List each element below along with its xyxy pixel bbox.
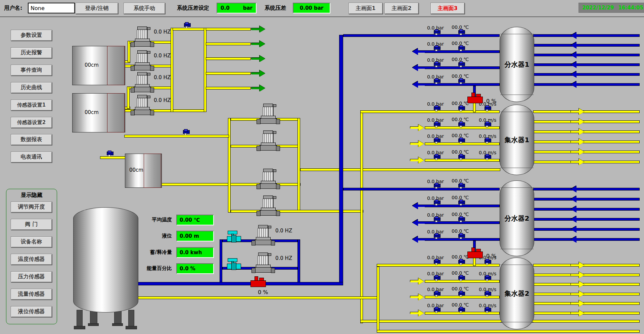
pressure-value: 0.0 bar — [427, 25, 444, 31]
pipe — [533, 218, 640, 221]
pump-icon[interactable] — [260, 130, 278, 150]
pressure-value: 0.0 bar — [427, 303, 444, 308]
username-label: 用户名: — [4, 5, 22, 12]
flow-arrow-icon — [571, 196, 585, 203]
main-screen-3-button[interactable]: 主画面3 — [430, 3, 465, 14]
sidebar-item-meter-comm[interactable]: 电表通讯 — [11, 152, 52, 163]
flow-arrow-icon — [571, 61, 585, 68]
control-valve-icon[interactable] — [227, 258, 243, 270]
pump-icon[interactable] — [255, 253, 273, 272]
pressure-value: 0.0 bar — [427, 229, 444, 234]
pump-icon[interactable] — [134, 26, 152, 46]
pipe — [533, 44, 640, 47]
pressure-setpoint-field[interactable]: 0.0 bar — [217, 3, 257, 13]
toggle-level-sensors[interactable]: 液位传感器 — [11, 306, 52, 317]
main-screen-1-button[interactable]: 主画面1 — [349, 3, 383, 14]
flow-arrow-icon — [251, 70, 266, 77]
tank-level-label: 00cm — [125, 167, 148, 173]
flow-arrow-icon — [571, 42, 585, 49]
pressure-setpoint-label: 系统压差设定 — [177, 5, 209, 12]
pipe — [533, 73, 640, 76]
shutoff-valve-icon[interactable] — [467, 93, 482, 103]
flow-arrow-icon — [571, 206, 585, 213]
flow-value: 0.0 m/s — [479, 271, 496, 276]
pipe — [343, 34, 500, 37]
vessel-distributor: 分水器1 — [500, 27, 534, 102]
pump-icon[interactable] — [260, 196, 278, 215]
pipe — [360, 320, 640, 323]
pressure-value: 0.0 bar — [427, 212, 444, 218]
flow-arrow-icon — [571, 262, 585, 269]
vessel-collector: 集水器1 — [500, 105, 534, 175]
sidebar-item-history-alarms[interactable]: 历史报警 — [11, 47, 52, 58]
pipe — [533, 120, 640, 123]
avg-temp-value: 0.00 ℃ — [176, 215, 214, 225]
system-manual-button[interactable]: 系统手动 — [124, 3, 165, 14]
pump-icon[interactable] — [260, 104, 278, 123]
pipe — [100, 156, 126, 159]
sidebar-item-parameter-settings[interactable]: 参数设置 — [11, 30, 52, 41]
control-valve-icon[interactable] — [227, 231, 243, 242]
hmi-main-screen: 用户名: None 登录/注销 系统手动 系统压差设定 0.0 bar 系统压差… — [0, 0, 644, 334]
pipe — [533, 264, 640, 267]
pipe — [136, 296, 378, 299]
flow-arrow-icon — [571, 159, 585, 165]
sidebar-item-data-report[interactable]: 数据报表 — [11, 134, 52, 145]
pipe — [533, 54, 640, 56]
pipe — [206, 57, 251, 60]
pipe — [533, 63, 640, 66]
shutoff-valve-icon[interactable] — [467, 247, 482, 258]
pressure-value: 0.0 bar — [427, 287, 444, 292]
vessel-collector: 集水器2 — [500, 258, 534, 329]
username-input[interactable]: None — [28, 3, 75, 13]
toggle-flow-sensors[interactable]: 流量传感器 — [11, 289, 52, 300]
sidebar-item-sensor-setup-2[interactable]: 传感器设置2 — [11, 117, 52, 128]
pipe — [533, 130, 640, 133]
temperature-value: 00.0 ℃ — [452, 178, 469, 183]
flow-arrow-icon — [412, 64, 426, 71]
pressure-diff-label: 系统压差 — [265, 5, 286, 12]
temperature-value: 00.0 ℃ — [452, 73, 469, 79]
pipe — [377, 267, 379, 333]
main-screen-2-button[interactable]: 主画面2 — [384, 3, 419, 14]
flow-arrow-icon — [571, 128, 585, 135]
pump-icon[interactable] — [134, 50, 152, 70]
sensor-icon — [458, 29, 465, 34]
pipe — [171, 28, 173, 112]
pump-icon[interactable] — [260, 169, 278, 188]
temperature-value: 00.0 ℃ — [452, 117, 469, 122]
pump-icon[interactable] — [255, 225, 273, 244]
pipe — [473, 102, 476, 112]
temperature-value: 00.0 ℃ — [452, 286, 469, 291]
flow-arrow-icon — [571, 281, 585, 288]
sidebar-item-sensor-setup-1[interactable]: 传感器设置1 — [11, 100, 52, 111]
pipe — [533, 283, 640, 286]
level-value: 0.00 m — [176, 231, 214, 241]
toggle-temp-sensors[interactable]: 温度传感器 — [11, 254, 52, 265]
sidebar-item-history-curves[interactable]: 历史曲线 — [11, 82, 52, 93]
shutoff-valve-icon[interactable] — [250, 276, 265, 286]
pipe — [533, 83, 640, 86]
show-hide-title: 显示隐藏 — [6, 192, 57, 199]
pipe — [533, 141, 640, 143]
vessel-label: 集水器2 — [500, 289, 534, 298]
toggle-device-names[interactable]: 设备名称 — [11, 236, 52, 247]
pipe — [533, 238, 640, 241]
flow-arrow-icon — [412, 48, 426, 55]
login-logout-button[interactable]: 登录/注销 — [76, 3, 118, 14]
pipe — [533, 34, 640, 37]
sensor-icon — [183, 129, 190, 134]
flow-value: 0.0 m/s — [479, 133, 496, 139]
toggle-valve-opening[interactable]: 调节阀开度 — [11, 202, 52, 213]
pipe — [360, 110, 500, 113]
toggle-valves[interactable]: 阀 门 — [11, 219, 52, 230]
toggle-pressure-sensors[interactable]: 压力传感器 — [11, 271, 52, 282]
flow-arrow-icon — [251, 41, 266, 47]
sidebar-item-event-query[interactable]: 事件查询 — [11, 65, 52, 76]
tank-leg — [77, 310, 83, 328]
pump-icon[interactable] — [134, 72, 152, 92]
valve-opening-label: 0 % — [486, 253, 496, 259]
energy-pct-value: 0.0 % — [176, 263, 214, 274]
pump-icon[interactable] — [134, 95, 152, 114]
temperature-value: 00.0 ℃ — [452, 212, 469, 217]
